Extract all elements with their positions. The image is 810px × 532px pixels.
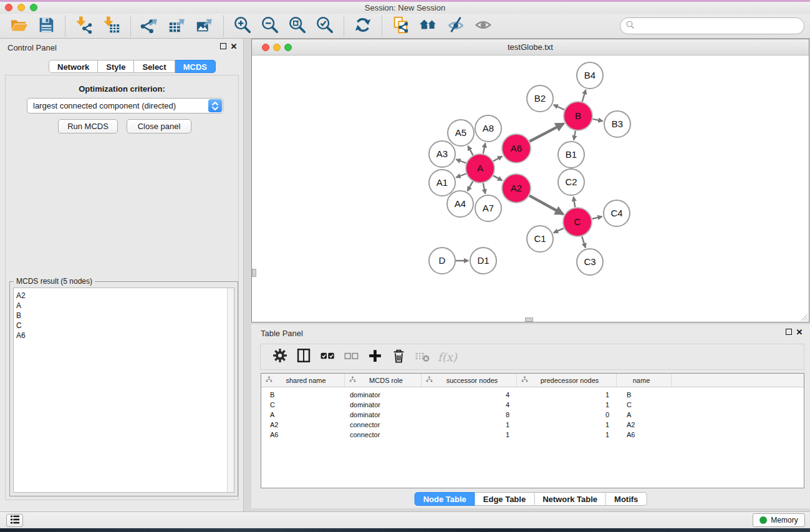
- result-item[interactable]: C: [14, 321, 234, 331]
- cell-MCDS-role[interactable]: dominator: [345, 390, 422, 400]
- node-A7[interactable]: A7: [475, 195, 501, 221]
- run-mcds-button[interactable]: Run MCDS: [58, 119, 118, 133]
- cell-name[interactable]: A6: [617, 430, 672, 440]
- table-row[interactable]: A2connector11A2: [261, 420, 804, 430]
- column-header-predecessor-nodes[interactable]: predecessor nodes: [517, 374, 617, 387]
- zoom-selected-button[interactable]: [311, 16, 339, 37]
- node-B4[interactable]: B4: [577, 62, 603, 89]
- node-A[interactable]: A: [466, 154, 494, 183]
- cell-predecessor-nodes[interactable]: 0: [517, 410, 617, 420]
- deselect-all-button[interactable]: [339, 346, 363, 367]
- split-columns-button[interactable]: [292, 346, 316, 367]
- refresh-button[interactable]: [349, 16, 377, 37]
- tab-motifs[interactable]: Motifs: [606, 492, 647, 506]
- column-header-MCDS-role[interactable]: MCDS role: [345, 374, 422, 387]
- network-vertical-scrollbar[interactable]: [252, 269, 256, 277]
- edge-A-A7[interactable]: [483, 183, 485, 194]
- import-network-button[interactable]: [70, 16, 98, 37]
- edge-A-A4[interactable]: [468, 181, 473, 191]
- edge-A-A2[interactable]: [493, 176, 502, 181]
- zoom-fit-button[interactable]: [284, 16, 311, 37]
- add-column-button[interactable]: [363, 346, 387, 367]
- cell-successor-nodes[interactable]: 1: [422, 430, 517, 440]
- network-minimize-button[interactable]: [273, 44, 281, 51]
- node-C3[interactable]: C3: [577, 249, 603, 275]
- result-item[interactable]: A: [14, 301, 234, 311]
- result-scrollbar[interactable]: [227, 288, 234, 492]
- save-session-button[interactable]: [32, 16, 60, 37]
- node-A2[interactable]: A2: [502, 174, 531, 203]
- memory-button[interactable]: Memory: [753, 513, 805, 527]
- tab-node-table[interactable]: Node Table: [415, 492, 475, 506]
- cell-name[interactable]: C: [617, 400, 672, 410]
- close-panel-button[interactable]: Close panel: [127, 119, 191, 133]
- close-table-panel-icon[interactable]: ✕: [796, 329, 803, 336]
- result-item[interactable]: A2: [14, 288, 234, 301]
- cell-shared-name[interactable]: A: [261, 410, 345, 420]
- cell-name[interactable]: A: [617, 410, 672, 420]
- close-panel-icon[interactable]: ✕: [230, 43, 238, 51]
- node-C2[interactable]: C2: [558, 169, 584, 195]
- node-D[interactable]: D: [429, 248, 455, 274]
- task-history-button[interactable]: [6, 514, 23, 527]
- export-network-button[interactable]: [136, 16, 163, 37]
- network-close-button[interactable]: [262, 44, 269, 51]
- cell-shared-name[interactable]: C: [261, 400, 345, 410]
- node-A8[interactable]: A8: [475, 115, 501, 142]
- node-B1[interactable]: B1: [558, 142, 584, 168]
- node-A3[interactable]: A3: [429, 141, 455, 167]
- network-window-titlebar[interactable]: testGlobe.txt: [252, 39, 809, 56]
- cell-MCDS-role[interactable]: connector: [345, 420, 422, 430]
- node-B2[interactable]: B2: [527, 85, 553, 112]
- close-window-button[interactable]: [5, 4, 12, 11]
- delete-column-button[interactable]: [387, 346, 410, 367]
- node-A5[interactable]: A5: [448, 120, 474, 146]
- node-A1[interactable]: A1: [429, 170, 455, 196]
- hide-panels-button[interactable]: [442, 16, 470, 37]
- edge-B-B4[interactable]: [582, 90, 586, 102]
- cell-name[interactable]: A2: [617, 420, 672, 430]
- edge-B-B2[interactable]: [554, 105, 564, 110]
- cell-successor-nodes[interactable]: 1: [422, 420, 517, 430]
- export-table-button[interactable]: [163, 16, 191, 37]
- edge-A-A8[interactable]: [483, 143, 485, 154]
- table-row[interactable]: Cdominator41C: [261, 400, 804, 410]
- cell-name[interactable]: B: [617, 390, 672, 400]
- mcds-result-list[interactable]: A2ABCA6: [13, 288, 234, 493]
- import-table-button[interactable]: [98, 16, 125, 37]
- node-A4[interactable]: A4: [447, 191, 473, 217]
- node-C1[interactable]: C1: [527, 226, 553, 252]
- edge-A2-C[interactable]: [529, 196, 563, 215]
- edge-C-C3[interactable]: [582, 236, 586, 248]
- node-C4[interactable]: C4: [604, 200, 630, 226]
- node-A6[interactable]: A6: [502, 134, 531, 163]
- cell-shared-name[interactable]: A6: [261, 430, 345, 440]
- edge-C-C4[interactable]: [592, 216, 602, 219]
- zoom-in-button[interactable]: [229, 16, 256, 37]
- table-row[interactable]: Bdominator41B: [261, 390, 804, 400]
- cell-predecessor-nodes[interactable]: 1: [517, 390, 617, 400]
- tab-network-table[interactable]: Network Table: [534, 492, 606, 506]
- network-canvas[interactable]: B4B2BB3A8A5A6A3B1AA1C2A2A4A7C4CC1DD1C3: [252, 56, 809, 322]
- node-D1[interactable]: D1: [470, 248, 496, 274]
- tab-style[interactable]: Style: [98, 60, 134, 73]
- network-horizontal-scrollbar[interactable]: [525, 317, 533, 322]
- edge-C-C1[interactable]: [554, 228, 564, 233]
- edge-B-B3[interactable]: [593, 119, 603, 121]
- tab-network[interactable]: Network: [49, 60, 98, 73]
- cell-successor-nodes[interactable]: 4: [422, 400, 517, 410]
- float-panel-button[interactable]: [220, 43, 226, 49]
- home-button[interactable]: [415, 16, 442, 37]
- edge-A-A6[interactable]: [493, 157, 502, 162]
- column-header-successor-nodes[interactable]: successor nodes: [422, 374, 517, 387]
- network-zoom-button[interactable]: [284, 44, 292, 51]
- table-row[interactable]: Adominator80A: [261, 410, 804, 420]
- edge-A-A1[interactable]: [456, 174, 466, 178]
- cell-predecessor-nodes[interactable]: 1: [517, 430, 617, 440]
- search-box[interactable]: [620, 17, 804, 34]
- node-B[interactable]: B: [564, 102, 592, 130]
- node-B3[interactable]: B3: [604, 111, 630, 137]
- cell-MCDS-role[interactable]: connector: [345, 430, 422, 440]
- column-header-name[interactable]: name: [617, 374, 672, 387]
- cell-successor-nodes[interactable]: 4: [422, 390, 517, 400]
